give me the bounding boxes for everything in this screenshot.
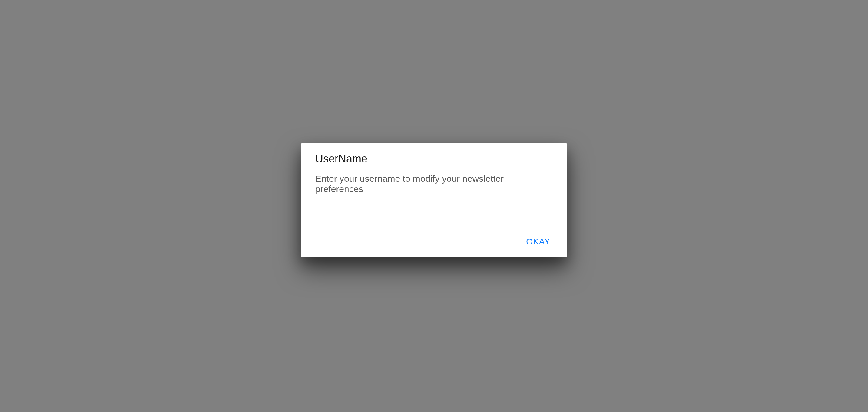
username-dialog: UserName Enter your username to modify y… <box>301 143 567 258</box>
dialog-title: UserName <box>315 152 553 165</box>
modal-backdrop: UserName Enter your username to modify y… <box>0 0 868 412</box>
username-input[interactable] <box>315 206 553 220</box>
dialog-actions: OKAY <box>315 236 553 248</box>
dialog-description: Enter your username to modify your newsl… <box>315 174 553 194</box>
okay-button[interactable]: OKAY <box>524 236 553 248</box>
